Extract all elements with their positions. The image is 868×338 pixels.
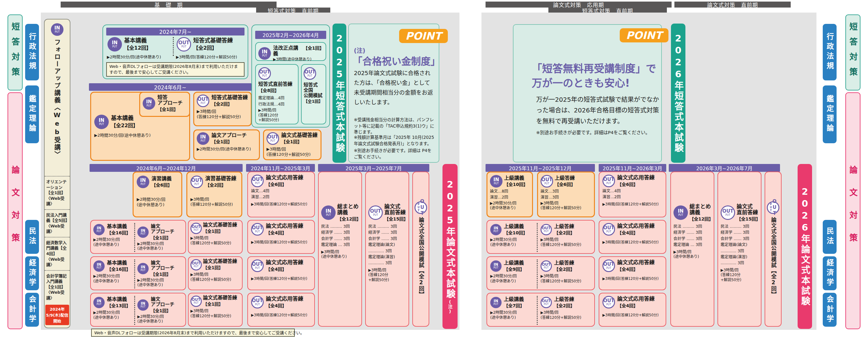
course-box-ronbun-mock-left: OUTPUT 論文式全国公開模試 【全2回】: [412, 171, 429, 327]
subject-label: 会計学: [824, 295, 835, 325]
input-icon: INPUT: [490, 224, 502, 235]
date-header-jun2024: 2024年6月~: [89, 83, 251, 91]
input-icon: INPUT: [93, 224, 105, 235]
grid-header-right-b: 2025年11月~2026年3月: [599, 164, 666, 172]
dotted-divider: [134, 260, 135, 289]
icon-text: PUT: [255, 303, 260, 306]
course-count: 【全6回】: [152, 181, 172, 188]
exam-bar-ronbun-2025: 2025年論文式本試験(注): [442, 164, 458, 329]
icon-text: IN: [99, 118, 104, 123]
course-count: 【全7回】: [504, 302, 525, 308]
followup-column: INPUT フォローアップ講義〈Web受講〉 オリエンテーション【全1回】〈We…: [44, 19, 70, 328]
course-count: 【全2回】: [554, 229, 575, 236]
course-head: OUTPUT 論文式応用答練【全4回】: [251, 296, 311, 308]
dotted-divider: [537, 223, 538, 252]
icon-text: OUT: [603, 298, 614, 303]
icon-text: PUT: [200, 140, 206, 142]
course-count: 【全12回】: [337, 215, 359, 222]
icon-text: PUT: [141, 269, 146, 272]
icon-text: PUT: [544, 182, 549, 185]
grid-header-left-b: 2024年11月~2025年3月: [246, 164, 315, 172]
exam-bar-label: 2025年短答式本試験: [333, 33, 346, 153]
course-title-block: 上級答練【全2回】: [554, 260, 575, 272]
point-note-mark: (注): [354, 46, 365, 54]
course-details: 民法 ……… 3回 経済学 …… 3回 会計学 …… 3回 鑑定理論 … 3回: [674, 223, 711, 248]
output-icon: OUTPUT: [190, 176, 203, 188]
icon-text: PUT: [141, 233, 146, 235]
course-time: ▶3時間/回 (答練120分+解説50分): [540, 201, 591, 211]
icon-text: IN: [326, 209, 331, 213]
course-cell-approach: INPUT 論文 アプローチ【全1回】 ▶2時間30分/回 (途中休憩あり): [137, 260, 184, 288]
course-title: 論文式全国公開模試: [770, 217, 776, 268]
icon-text: PUT: [141, 183, 146, 185]
course-time: ▶2時間30分/回 (途中休憩あり): [93, 237, 132, 247]
course-details: 民法 ……… 3回 経済学 …… 3回 会計学 …… 3回 鑑定理論 … 3回: [321, 223, 359, 248]
icon-text: PUT: [262, 75, 267, 77]
course-box-oyo6-left: OUTPUT 論文式応用答練【全6回】 論文…4回 演習…2回 ▶3時間/回(答…: [247, 171, 315, 217]
course-count: 【全8回】: [258, 87, 296, 93]
course-count: 【全1回】: [303, 44, 323, 51]
date-header-label: 2024年6月~: [154, 83, 186, 91]
icon-text: PUT: [326, 214, 331, 216]
point-footnote: ※受講残金相当分の計算方法は、パンフレット等に記載の「TAC申込規約3(1)ウ」…: [354, 117, 435, 135]
course-count: 【全22回】: [111, 121, 138, 129]
course-title-block: 上級答練【全6回】: [555, 175, 576, 187]
output-icon: OUTPUT: [414, 201, 427, 214]
icon-text: OUT: [178, 40, 189, 45]
icon-text: PUT: [262, 55, 267, 57]
icon-text: PUT: [112, 45, 117, 48]
point-body: 万が一2025年の短答式試験で結果がでなかった場合は、2026年合格目標の短答式…: [536, 94, 659, 127]
course-title: 基本講義: [107, 224, 130, 229]
course-time: ▶2時間30分/回 (途中休憩あり): [490, 237, 534, 247]
course-count: 【全1回】: [212, 138, 247, 144]
course-title-block: 論文式応用答練【全6回】: [617, 175, 655, 187]
course-count: 【全16回】: [107, 229, 130, 236]
course-title: 論文式基礎答練: [203, 223, 237, 228]
date-header-label: 2026年3月~2026年7月: [696, 164, 752, 172]
icon-text: OUT: [259, 70, 270, 74]
course-box-ronbun-mock-right: OUTPUT 論文式全国公開模試 【全2回】: [765, 171, 782, 327]
dl-follow-note-bottom: Web・音声DLフォローは受講期限(2026年8月末)まで利用いただけますので、…: [91, 329, 295, 337]
course-time: ▶3時間/回 (答練120分+解説50分): [190, 272, 240, 282]
output-icon: OUTPUT: [258, 67, 271, 80]
course-box-row-minpo: INPUT 基本講義【全16回】 ▶2時間30分/回 (途中休憩あり) INPU…: [90, 220, 186, 254]
course-count: 【全1回】: [151, 234, 175, 241]
icon-text: IN: [97, 226, 101, 230]
icon-text: PUT: [96, 303, 101, 306]
input-icon: INPUT: [674, 205, 688, 220]
subject-label: 民法: [27, 227, 37, 246]
icon-text: OUT: [603, 177, 614, 182]
grid-header-right-a: 2025年11月~2025年12月: [486, 164, 595, 172]
exam-bar-label: 2026年短答式本試験: [672, 33, 685, 153]
course-count: 【全2回】: [193, 44, 233, 51]
point-title: 「短答無料再受講制度」で 万が一のときも安心!: [532, 62, 656, 91]
course-title-block: 上級講義【全7回】: [504, 297, 525, 308]
icon-text: PUT: [200, 102, 206, 105]
course-title-block: 論文アプローチ【全1回】: [212, 133, 247, 144]
course-time: ▶3時間/回(答練120分+解説50分): [251, 313, 311, 317]
course-title: 上級講義: [504, 175, 528, 181]
icon-text: OUT: [267, 135, 278, 139]
course-box-row-jokyu3: INPUT 上級講義【全7回】 ▶2時間30分/回 (途中休憩あり) OUTPU…: [487, 293, 595, 327]
course-title: 法改正点講義: [273, 45, 302, 57]
date-header-label: 2024年6月~2024年12月: [136, 164, 196, 172]
icon-text: PUT: [194, 183, 199, 185]
course-count: 【全2回】: [554, 302, 575, 308]
course-time: ▶3時間/回 (答練120分+解説50分): [190, 309, 240, 318]
course-title: 短答式基礎答練: [212, 95, 248, 101]
course-count: 【全4回】: [617, 229, 655, 236]
course-title: 短答式直前答練: [258, 82, 296, 87]
output-icon: OUTPUT: [190, 296, 202, 307]
output-icon: OUTPUT: [251, 296, 264, 308]
subject-label: 経済学: [27, 259, 37, 288]
course-title-block: 演習講義【全6回】: [152, 176, 172, 188]
subject-kaikei-right: 会計学: [823, 293, 837, 327]
course-title-block: 上級講義【全9回】: [504, 260, 525, 272]
icon-text: PUT: [255, 231, 260, 233]
course-count: 【全1回】: [157, 106, 183, 112]
course-time: ▶3時間/回 (答練120分+解説50分): [190, 197, 238, 207]
course-head: OUTPUT 論文式応用答練【全4回】: [602, 260, 662, 272]
output-icon: OUTPUT: [602, 260, 615, 272]
phase-bar-label: 論文式対策 直前期: [707, 1, 758, 8]
course-title-block: 上級答練【全2回】: [554, 297, 575, 308]
